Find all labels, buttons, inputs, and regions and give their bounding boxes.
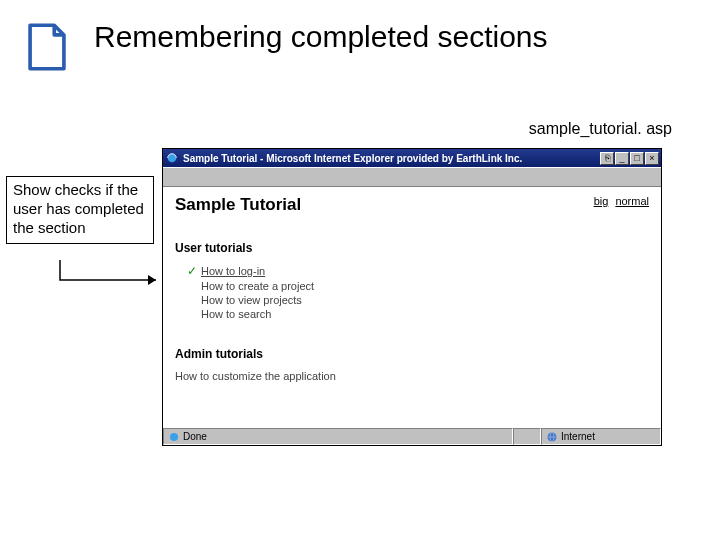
browser-window: Sample Tutorial - Microsoft Internet Exp…: [162, 148, 662, 446]
page-icon: [18, 18, 76, 76]
slide-title: Remembering completed sections: [94, 18, 548, 55]
status-right: Internet: [541, 428, 661, 445]
page-title: Sample Tutorial: [175, 195, 301, 215]
list-item: How to create a project: [187, 279, 649, 293]
list-item: ✓ How to log-in: [187, 263, 649, 279]
tutorial-link[interactable]: How to log-in: [201, 265, 265, 277]
close-button[interactable]: ×: [645, 152, 659, 165]
svg-point-1: [170, 433, 178, 441]
statusbar: Done Internet: [163, 427, 661, 445]
toolbar: [163, 167, 661, 187]
list-item: How to customize the application: [175, 369, 649, 383]
size-big-link[interactable]: big: [594, 195, 609, 207]
check-icon: ✓: [187, 264, 201, 278]
maximize-button[interactable]: □: [630, 152, 644, 165]
admin-tutorials-title: Admin tutorials: [175, 347, 649, 361]
size-normal-link[interactable]: normal: [615, 195, 649, 207]
filename-label: sample_tutorial. asp: [529, 120, 672, 138]
ie-mini-icon: [168, 431, 180, 443]
tutorial-link[interactable]: How to customize the application: [175, 370, 336, 382]
globe-icon: [546, 431, 558, 443]
tutorial-link[interactable]: How to view projects: [201, 294, 302, 306]
page-content: Sample Tutorial big normal User tutorial…: [163, 187, 661, 427]
status-spacer: [513, 428, 541, 445]
zone-text: Internet: [561, 431, 595, 442]
list-item: How to search: [187, 307, 649, 321]
tutorial-link[interactable]: How to create a project: [201, 280, 314, 292]
callout-box: Show checks if the user has completed th…: [6, 176, 154, 244]
extra-button[interactable]: ⎘: [600, 152, 614, 165]
status-left: Done: [163, 428, 513, 445]
text-size-links: big normal: [594, 195, 649, 207]
ie-icon: [165, 151, 179, 165]
list-item: How to view projects: [187, 293, 649, 307]
titlebar-text: Sample Tutorial - Microsoft Internet Exp…: [179, 153, 600, 164]
arrow-icon: [58, 258, 168, 298]
tutorial-link[interactable]: How to search: [201, 308, 271, 320]
titlebar: Sample Tutorial - Microsoft Internet Exp…: [163, 149, 661, 167]
status-text: Done: [183, 431, 207, 442]
minimize-button[interactable]: _: [615, 152, 629, 165]
user-tutorials-list: ✓ How to log-in How to create a project …: [175, 255, 649, 321]
user-tutorials-title: User tutorials: [175, 241, 649, 255]
